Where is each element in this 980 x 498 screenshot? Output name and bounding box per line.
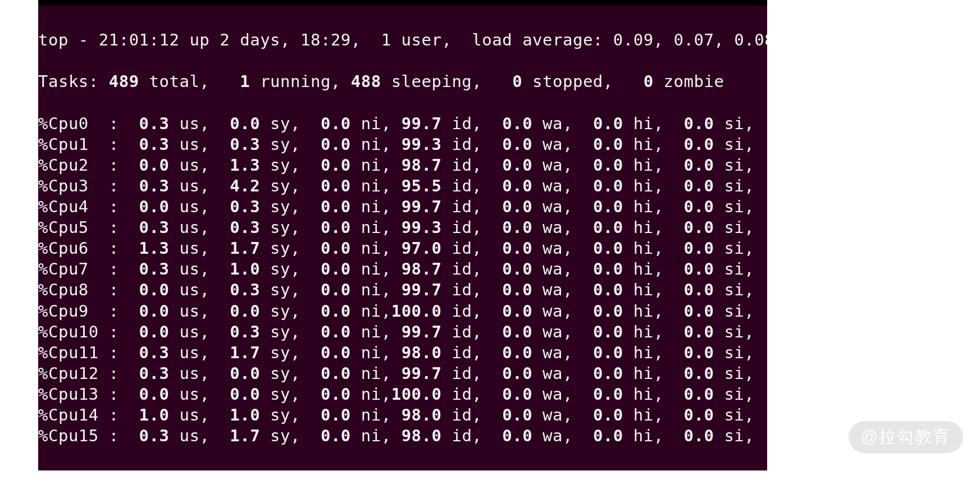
si-lbl: si, bbox=[714, 405, 767, 424]
cpu-si: 0.0 bbox=[684, 176, 714, 195]
wa-lbl: wa, bbox=[532, 239, 593, 258]
wa-lbl: wa, bbox=[532, 322, 593, 341]
cpu-row: %Cpu11 : 0.3 us, 1.7 sy, 0.0 ni, 98.0 id… bbox=[38, 342, 767, 363]
us-lbl: us, bbox=[170, 176, 230, 195]
cpu-id: 97.0 bbox=[402, 239, 442, 258]
cpu-name: %Cpu11 : bbox=[38, 343, 139, 362]
ni-lbl: ni bbox=[351, 385, 381, 404]
cpu-us: 0.3 bbox=[139, 114, 170, 133]
cpu-id: 99.3 bbox=[402, 218, 442, 237]
sy-lbl: sy, bbox=[260, 239, 321, 258]
si-lbl: si, bbox=[714, 364, 767, 383]
id-lbl: id, bbox=[441, 426, 502, 445]
sy-lbl: sy, bbox=[260, 385, 321, 404]
hi-lbl: hi, bbox=[623, 176, 684, 195]
cpu-row: %Cpu13 : 0.0 us, 0.0 sy, 0.0 ni,100.0 id… bbox=[38, 384, 767, 405]
cpu-ni: 0.0 bbox=[321, 218, 351, 237]
us-lbl: us, bbox=[170, 135, 230, 154]
cpu-ni: 0.0 bbox=[321, 259, 351, 278]
cpu-id: 95.5 bbox=[402, 176, 442, 195]
cpu-si: 0.0 bbox=[684, 135, 714, 154]
us-lbl: us, bbox=[170, 259, 230, 278]
id-sep: , bbox=[381, 218, 402, 237]
cpu-id: 100.0 bbox=[391, 301, 442, 321]
cpu-si: 0.0 bbox=[684, 239, 714, 258]
cpu-si: 0.0 bbox=[684, 385, 714, 404]
uptime-value: 2 days, 18:29 bbox=[220, 30, 350, 49]
id-lbl: id, bbox=[441, 322, 502, 341]
hi-lbl: hi, bbox=[623, 301, 684, 321]
id-sep: , bbox=[381, 114, 402, 133]
id-lbl: id, bbox=[441, 385, 502, 404]
load-value: 0.09, 0.07, 0.08 bbox=[613, 30, 767, 49]
sy-lbl: sy, bbox=[260, 218, 321, 237]
cpu-wa: 0.0 bbox=[502, 405, 532, 424]
sy-lbl: sy, bbox=[260, 259, 321, 278]
cpu-ni: 0.0 bbox=[321, 135, 351, 154]
sep: , bbox=[351, 30, 381, 49]
cpu-id: 98.0 bbox=[402, 405, 442, 424]
cpu-wa: 0.0 bbox=[502, 114, 532, 133]
tasks-stopped: 0 bbox=[512, 72, 522, 91]
cpu-row: %Cpu0 : 0.3 us, 0.0 sy, 0.0 ni, 99.7 id,… bbox=[38, 113, 767, 134]
cpu-hi: 0.0 bbox=[593, 385, 623, 404]
sy-lbl: sy, bbox=[260, 156, 321, 175]
sy-lbl: sy, bbox=[260, 280, 321, 299]
cpu-id: 99.3 bbox=[402, 135, 442, 154]
cpu-hi: 0.0 bbox=[593, 322, 623, 341]
id-sep: , bbox=[381, 364, 402, 383]
ni-lbl: ni bbox=[351, 322, 381, 341]
cpu-hi: 0.0 bbox=[593, 176, 623, 195]
cpu-name: %Cpu13 : bbox=[38, 385, 139, 404]
tasks-zombie: 0 bbox=[644, 72, 654, 91]
cpu-ni: 0.0 bbox=[321, 364, 351, 383]
id-lbl: id, bbox=[441, 259, 502, 278]
ni-lbl: ni bbox=[351, 301, 381, 321]
cpu-id: 98.0 bbox=[402, 426, 442, 445]
cpu-sy: 1.7 bbox=[230, 343, 260, 362]
id-sep: , bbox=[381, 301, 391, 321]
cpu-name: %Cpu1 : bbox=[38, 135, 139, 154]
tasks-running: 1 bbox=[240, 72, 250, 91]
cpu-si: 0.0 bbox=[684, 405, 714, 424]
id-sep: , bbox=[381, 385, 391, 404]
cpu-ni: 0.0 bbox=[321, 322, 351, 341]
cpu-sy: 0.0 bbox=[230, 364, 260, 383]
cpu-name: %Cpu14 : bbox=[38, 405, 139, 424]
cpu-row: %Cpu15 : 0.3 us, 1.7 sy, 0.0 ni, 98.0 id… bbox=[38, 426, 767, 446]
sy-lbl: sy, bbox=[260, 343, 321, 362]
cpu-wa: 0.0 bbox=[502, 385, 532, 404]
cpu-us: 0.0 bbox=[139, 156, 170, 175]
cpu-row: %Cpu5 : 0.3 us, 0.3 sy, 0.0 ni, 99.3 id,… bbox=[38, 217, 767, 238]
id-lbl: id, bbox=[441, 156, 502, 175]
terminal-window[interactable]: top - 21:01:12 up 2 days, 18:29, 1 user,… bbox=[38, 0, 767, 470]
hi-lbl: hi, bbox=[623, 218, 684, 237]
ni-lbl: ni bbox=[351, 280, 381, 299]
us-lbl: us, bbox=[170, 426, 230, 445]
cpu-lines: %Cpu0 : 0.3 us, 0.0 sy, 0.0 ni, 99.7 id,… bbox=[38, 113, 767, 447]
cpu-name: %Cpu7 : bbox=[38, 259, 139, 278]
us-lbl: us, bbox=[170, 280, 230, 299]
cpu-us: 0.0 bbox=[139, 280, 170, 299]
us-lbl: us, bbox=[170, 322, 230, 341]
ni-lbl: ni bbox=[351, 239, 381, 258]
cpu-ni: 0.0 bbox=[321, 197, 351, 216]
cpu-sy: 0.0 bbox=[230, 114, 260, 133]
cpu-wa: 0.0 bbox=[502, 280, 532, 299]
cpu-row: %Cpu9 : 0.0 us, 0.0 sy, 0.0 ni,100.0 id,… bbox=[38, 301, 767, 322]
cpu-sy: 4.2 bbox=[230, 176, 260, 195]
sy-lbl: sy, bbox=[260, 197, 321, 216]
cpu-name: %Cpu4 : bbox=[38, 197, 139, 216]
cpu-row: %Cpu4 : 0.0 us, 0.3 sy, 0.0 ni, 99.7 id,… bbox=[38, 197, 767, 217]
cpu-id: 99.7 bbox=[402, 322, 442, 341]
up-label: up bbox=[179, 30, 220, 49]
us-lbl: us, bbox=[170, 197, 230, 216]
si-lbl: si, bbox=[714, 114, 767, 133]
cpu-name: %Cpu3 : bbox=[38, 176, 139, 195]
id-lbl: id, bbox=[441, 364, 502, 383]
id-sep: , bbox=[381, 156, 402, 175]
si-lbl: si, bbox=[714, 322, 767, 341]
hi-lbl: hi, bbox=[623, 364, 684, 383]
cpu-us: 0.3 bbox=[139, 343, 170, 362]
id-sep: , bbox=[381, 197, 402, 216]
